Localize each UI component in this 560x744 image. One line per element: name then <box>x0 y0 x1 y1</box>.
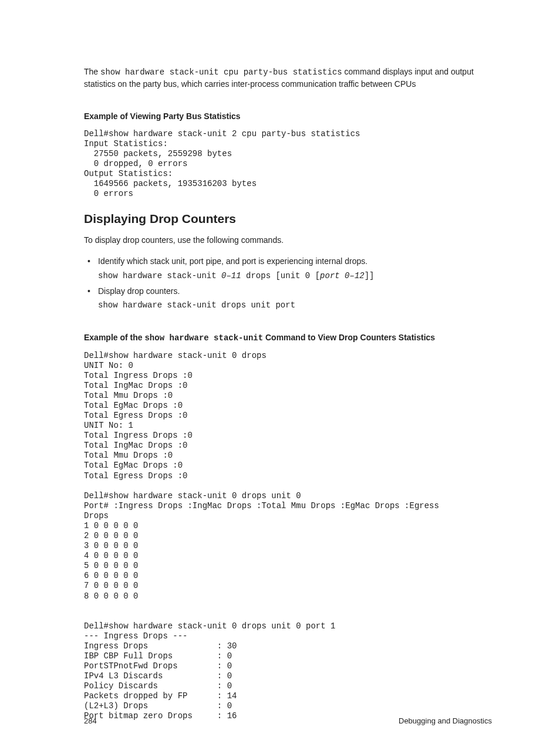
code-block-drop-counters: Dell#show hardware stack-unit 0 drops UN… <box>84 351 492 722</box>
command-list: Identify which stack unit, port pipe, an… <box>84 255 492 311</box>
page-footer: 284 Debugging and Diagnostics <box>84 716 492 725</box>
intro-prefix: The <box>84 67 100 76</box>
example-heading-1: Example of Viewing Party Bus Statistics <box>84 111 492 121</box>
list-item-text: Identify which stack unit, port pipe, an… <box>98 256 367 266</box>
code-block-party-bus: Dell#show hardware stack-unit 2 cpu part… <box>84 129 492 199</box>
heading2-suffix: Command to View Drop Counters Statistics <box>263 333 435 342</box>
section-intro: To display drop counters, use the follow… <box>84 234 492 246</box>
list-item-code: show hardware stack-unit 0–11 drops [uni… <box>98 270 492 282</box>
intro-paragraph: The show hardware stack-unit cpu party-b… <box>84 66 492 90</box>
list-item-code: show hardware stack-unit drops unit port <box>98 299 492 311</box>
page-container: The show hardware stack-unit cpu party-b… <box>0 0 560 744</box>
footer-section-title: Debugging and Diagnostics <box>399 716 492 725</box>
list-item: Identify which stack unit, port pipe, an… <box>98 255 492 282</box>
list-item: Display drop counters. show hardware sta… <box>98 285 492 312</box>
page-number: 284 <box>84 716 97 725</box>
example-heading-2: Example of the show hardware stack-unit … <box>84 333 492 343</box>
list-item-text: Display drop counters. <box>98 286 180 296</box>
heading2-prefix: Example of the <box>84 333 144 342</box>
section-heading-drop-counters: Displaying Drop Counters <box>84 212 492 226</box>
heading2-mono: show hardware stack-unit <box>144 333 263 343</box>
intro-mono-command: show hardware stack-unit cpu party-bus s… <box>100 67 342 77</box>
